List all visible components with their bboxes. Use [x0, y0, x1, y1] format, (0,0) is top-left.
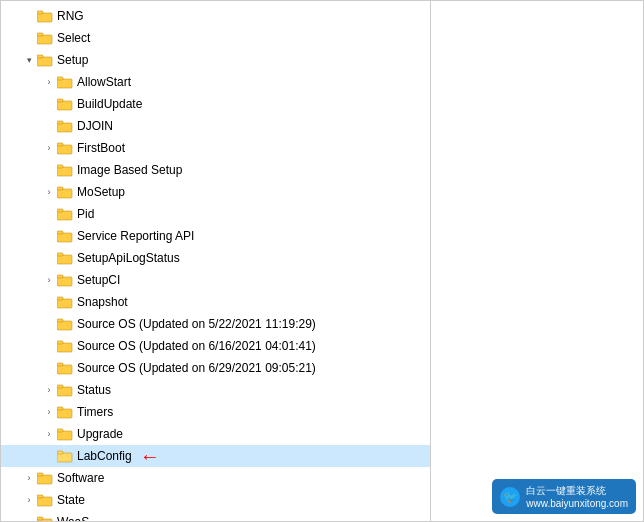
- folder-icon-buildupdate: [57, 97, 73, 111]
- expander-allowstart[interactable]: ›: [41, 74, 57, 90]
- tree-label-servicereportingapi: Service Reporting API: [77, 229, 194, 243]
- expander-snapshot: [41, 294, 57, 310]
- tree-label-labconfig: LabConfig: [77, 449, 132, 463]
- folder-icon-sourceos1: [57, 317, 73, 331]
- tree-item-allowstart[interactable]: › AllowStart: [1, 71, 430, 93]
- tree-item-upgrade[interactable]: › Upgrade: [1, 423, 430, 445]
- svg-rect-43: [37, 473, 43, 476]
- svg-rect-36: [57, 409, 72, 418]
- expander-firstboot[interactable]: ›: [41, 140, 57, 156]
- expander-sourceos3: [41, 360, 57, 376]
- tree-label-setup: Setup: [57, 53, 88, 67]
- svg-rect-21: [57, 231, 63, 234]
- watermark: 🐦白云一键重装系统www.baiyunxitong.com: [492, 479, 636, 514]
- folder-icon-servicereportingapi: [57, 229, 73, 243]
- folder-icon-setupci: [57, 273, 73, 287]
- tree-item-sourceos3[interactable]: Source OS (Updated on 6/29/2021 09:05:21…: [1, 357, 430, 379]
- tree-item-setupapilogstatus[interactable]: SetupApiLogStatus: [1, 247, 430, 269]
- folder-icon-select: [37, 31, 53, 45]
- tree-item-state[interactable]: › State: [1, 489, 430, 511]
- svg-rect-11: [57, 121, 63, 124]
- svg-rect-44: [37, 497, 52, 506]
- registry-tree: RNG Select▾ Setup› AllowStart BuildUpdat…: [1, 1, 431, 521]
- tree-item-pid[interactable]: Pid: [1, 203, 430, 225]
- tree-label-state: State: [57, 493, 85, 507]
- svg-rect-9: [57, 99, 63, 102]
- svg-rect-34: [57, 387, 72, 396]
- svg-rect-16: [57, 189, 72, 198]
- tree-item-software[interactable]: › Software: [1, 467, 430, 489]
- tree-label-upgrade: Upgrade: [77, 427, 123, 441]
- svg-rect-47: [37, 517, 43, 520]
- svg-rect-13: [57, 143, 63, 146]
- tree-label-setupci: SetupCI: [77, 273, 120, 287]
- svg-rect-26: [57, 299, 72, 308]
- expander-state[interactable]: ›: [21, 492, 37, 508]
- expander-waas: [21, 514, 37, 521]
- folder-icon-waas: [37, 515, 53, 521]
- tree-item-timers[interactable]: › Timers: [1, 401, 430, 423]
- tree-item-djoin[interactable]: DJOIN: [1, 115, 430, 137]
- tree-item-snapshot[interactable]: Snapshot: [1, 291, 430, 313]
- tree-label-status: Status: [77, 383, 111, 397]
- svg-rect-39: [57, 429, 63, 432]
- svg-rect-0: [37, 13, 52, 22]
- tree-item-buildupdate[interactable]: BuildUpdate: [1, 93, 430, 115]
- svg-rect-10: [57, 123, 72, 132]
- folder-icon-mosetup: [57, 185, 73, 199]
- expander-setupci[interactable]: ›: [41, 272, 57, 288]
- tree-item-setupci[interactable]: › SetupCI: [1, 269, 430, 291]
- expander-upgrade[interactable]: ›: [41, 426, 57, 442]
- folder-icon-imagebasedsetup: [57, 163, 73, 177]
- svg-rect-42: [37, 475, 52, 484]
- svg-rect-38: [57, 431, 72, 440]
- folder-icon-djoin: [57, 119, 73, 133]
- expander-mosetup[interactable]: ›: [41, 184, 57, 200]
- expander-timers[interactable]: ›: [41, 404, 57, 420]
- tree-label-buildupdate: BuildUpdate: [77, 97, 142, 111]
- folder-icon-upgrade: [57, 427, 73, 441]
- tree-item-imagebasedsetup[interactable]: Image Based Setup: [1, 159, 430, 181]
- tree-label-select: Select: [57, 31, 90, 45]
- expander-select: [21, 30, 37, 46]
- tree-item-firstboot[interactable]: › FirstBoot: [1, 137, 430, 159]
- svg-rect-4: [37, 57, 52, 66]
- tree-item-status[interactable]: › Status: [1, 379, 430, 401]
- expander-setup[interactable]: ▾: [21, 52, 37, 68]
- folder-icon-status: [57, 383, 73, 397]
- tree-item-servicereportingapi[interactable]: Service Reporting API: [1, 225, 430, 247]
- svg-rect-17: [57, 187, 63, 190]
- svg-rect-31: [57, 341, 63, 344]
- tree-item-mosetup[interactable]: › MoSetup: [1, 181, 430, 203]
- svg-rect-33: [57, 363, 63, 366]
- tree-label-snapshot: Snapshot: [77, 295, 128, 309]
- tree-item-waas[interactable]: WaaS: [1, 511, 430, 521]
- svg-rect-14: [57, 167, 72, 176]
- folder-icon-rng: [37, 9, 53, 23]
- tree-item-select[interactable]: Select: [1, 27, 430, 49]
- expander-software[interactable]: ›: [21, 470, 37, 486]
- svg-rect-25: [57, 275, 63, 278]
- expander-status[interactable]: ›: [41, 382, 57, 398]
- expander-sourceos1: [41, 316, 57, 332]
- tree-label-sourceos3: Source OS (Updated on 6/29/2021 09:05:21…: [77, 361, 316, 375]
- folder-icon-labconfig: [57, 449, 73, 463]
- svg-rect-30: [57, 343, 72, 352]
- tree-label-firstboot: FirstBoot: [77, 141, 125, 155]
- svg-rect-15: [57, 165, 63, 168]
- tree-label-setupapilogstatus: SetupApiLogStatus: [77, 251, 180, 265]
- tree-item-setup[interactable]: ▾ Setup: [1, 49, 430, 71]
- svg-rect-7: [57, 77, 63, 80]
- expander-djoin: [41, 118, 57, 134]
- tree-item-labconfig[interactable]: LabConfig←: [1, 445, 430, 467]
- red-arrow-labconfig: ←: [140, 446, 160, 466]
- tree-item-sourceos1[interactable]: Source OS (Updated on 5/22/2021 11:19:29…: [1, 313, 430, 335]
- svg-rect-3: [37, 33, 43, 36]
- expander-setupapilogstatus: [41, 250, 57, 266]
- folder-icon-sourceos2: [57, 339, 73, 353]
- tree-label-rng: RNG: [57, 9, 84, 23]
- tree-item-sourceos2[interactable]: Source OS (Updated on 6/16/2021 04:01:41…: [1, 335, 430, 357]
- tree-label-mosetup: MoSetup: [77, 185, 125, 199]
- tree-label-djoin: DJOIN: [77, 119, 113, 133]
- tree-item-rng[interactable]: RNG: [1, 5, 430, 27]
